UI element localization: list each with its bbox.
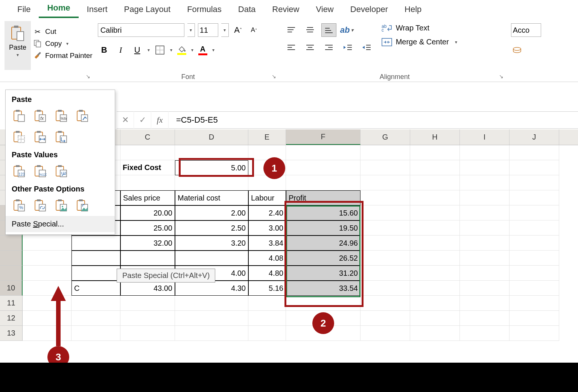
paste-linked-picture-icon[interactable] xyxy=(75,198,90,213)
paste-values-number-format-icon[interactable]: %123 xyxy=(33,164,48,179)
chevron-down-icon[interactable]: ▾ xyxy=(212,47,214,53)
decrease-font-size-button[interactable]: A˅ xyxy=(248,23,260,37)
chevron-down-icon[interactable]: ▾ xyxy=(191,47,193,53)
format-painter-button[interactable]: Format Painter xyxy=(33,51,93,60)
cancel-formula-button[interactable]: ✕ xyxy=(117,111,134,129)
grid-row: 40.004.004.8031.20 xyxy=(0,266,578,281)
tab-page-layout[interactable]: Page Layout xyxy=(116,1,179,18)
paintbrush-icon xyxy=(33,51,42,60)
paste-values-icon[interactable]: 123 xyxy=(12,164,27,179)
col-header-g[interactable]: G xyxy=(360,129,410,145)
ribbon: Paste ▾ ✂Cut Copy▾ Format Painter ↘ ▾ ▾ … xyxy=(0,18,578,82)
cut-button[interactable]: ✂Cut xyxy=(33,27,93,36)
orientation-button[interactable]: ab▾ xyxy=(340,25,354,35)
paste-special-item[interactable]: Paste Special... xyxy=(6,216,115,232)
row-header-10[interactable]: 10 xyxy=(0,281,23,296)
tab-home[interactable]: Home xyxy=(39,0,78,18)
paste-formulas-icon[interactable]: fx xyxy=(33,108,48,123)
underline-button[interactable]: U xyxy=(131,44,144,56)
annotation-circle-1: 1 xyxy=(263,157,285,179)
font-dialog-launcher[interactable]: ↘ xyxy=(272,73,278,80)
col-header-e[interactable]: E xyxy=(248,129,286,145)
chevron-down-icon[interactable]: ▾ xyxy=(170,47,172,53)
cut-label: Cut xyxy=(45,27,56,36)
increase-font-size-button[interactable]: A˄ xyxy=(232,23,245,37)
paste-all-icon[interactable] xyxy=(12,108,27,123)
enter-formula-button[interactable]: ✓ xyxy=(134,111,151,129)
chevron-down-icon[interactable]: ▾ xyxy=(148,47,150,53)
col-header-c[interactable]: C xyxy=(120,129,175,145)
svg-text:fx: fx xyxy=(40,116,44,121)
italic-button[interactable]: I xyxy=(114,44,127,56)
align-bottom-button[interactable] xyxy=(321,23,336,37)
row-header-11[interactable]: 11 xyxy=(0,296,23,311)
paste-values-section-title: Paste Values xyxy=(6,147,115,162)
paste-icon xyxy=(10,25,25,42)
number-format-select[interactable] xyxy=(511,23,541,37)
bold-button[interactable]: B xyxy=(98,44,111,56)
paste-transpose-icon[interactable] xyxy=(54,129,69,144)
paste-button[interactable]: Paste ▾ xyxy=(5,21,31,70)
col-header-d[interactable]: D xyxy=(175,129,248,145)
cell-fixed-cost-label[interactable]: Fixed Cost xyxy=(120,160,175,175)
svg-point-85 xyxy=(62,206,63,207)
tab-review[interactable]: Review xyxy=(264,1,307,18)
row-header[interactable] xyxy=(0,266,23,281)
font-name-input[interactable] xyxy=(98,23,184,37)
col-header-j[interactable]: J xyxy=(510,129,559,145)
tab-data[interactable]: Data xyxy=(230,1,264,18)
col-header-f[interactable]: F xyxy=(286,129,360,145)
font-name-dropdown[interactable]: ▾ xyxy=(187,23,195,37)
fill-color-button[interactable] xyxy=(176,46,187,55)
row-header[interactable] xyxy=(0,236,23,251)
col-header-i[interactable]: I xyxy=(460,129,510,145)
row-header-12[interactable]: 12 xyxy=(0,311,23,326)
merge-center-button[interactable]: Merge & Center▾ xyxy=(382,38,457,46)
cell-header-material[interactable]: Material cost xyxy=(175,190,248,205)
paste-keep-source-format-icon[interactable] xyxy=(75,108,90,123)
formula-bar: ✕ ✓ fx xyxy=(117,111,578,129)
align-top-button[interactable] xyxy=(284,23,299,37)
borders-button[interactable] xyxy=(154,44,166,56)
insert-function-button[interactable]: fx xyxy=(151,111,169,129)
orientation-icon: ab xyxy=(340,25,350,35)
font-color-button[interactable]: A xyxy=(197,45,208,55)
alignment-dialog-launcher[interactable]: ↘ xyxy=(499,73,506,80)
copy-button[interactable]: Copy▾ xyxy=(33,39,93,48)
decrease-indent-button[interactable] xyxy=(340,41,355,54)
tab-developer[interactable]: Developer xyxy=(342,1,396,18)
col-header-h[interactable]: H xyxy=(410,129,460,145)
align-left-button[interactable] xyxy=(284,41,299,54)
paste-picture-icon[interactable] xyxy=(54,198,69,213)
tab-view[interactable]: View xyxy=(307,1,342,18)
paste-no-borders-icon[interactable] xyxy=(12,129,27,144)
tab-file[interactable]: File xyxy=(9,1,39,18)
paste-values-source-format-icon[interactable]: 123 xyxy=(54,164,69,179)
paste-link-icon[interactable] xyxy=(33,198,48,213)
cell-header-sales[interactable]: Sales price xyxy=(120,190,175,205)
paste-keep-column-width-icon[interactable] xyxy=(33,129,48,144)
tab-insert[interactable]: Insert xyxy=(79,1,116,18)
tab-help[interactable]: Help xyxy=(396,1,430,18)
cell-header-labour[interactable]: Labour xyxy=(248,190,286,205)
cell-header-profit[interactable]: Profit xyxy=(286,190,360,205)
svg-point-37 xyxy=(513,47,521,50)
paste-formatting-icon[interactable]: % xyxy=(12,198,27,213)
font-size-dropdown[interactable]: ▾ xyxy=(221,23,229,37)
tab-formulas[interactable]: Formulas xyxy=(179,1,230,18)
wrap-text-label: Wrap Text xyxy=(396,24,429,32)
formula-input[interactable] xyxy=(169,112,578,128)
clipboard-dialog-launcher[interactable]: ↘ xyxy=(86,73,93,80)
font-size-input[interactable] xyxy=(198,23,218,37)
row-header-13[interactable]: 13 xyxy=(0,326,23,341)
accounting-format-button[interactable] xyxy=(511,44,525,56)
align-center-button[interactable] xyxy=(303,41,318,54)
row-header[interactable] xyxy=(0,251,23,266)
align-middle-button[interactable] xyxy=(303,23,318,37)
align-right-button[interactable] xyxy=(321,41,336,54)
cell-fixed-cost-value[interactable]: 5.00 xyxy=(175,160,248,175)
group-clipboard: Paste ▾ ✂Cut Copy▾ Format Painter ↘ xyxy=(5,21,93,82)
wrap-text-button[interactable]: abcWrap Text xyxy=(382,23,457,32)
paste-formulas-number-format-icon[interactable]: %fx xyxy=(54,108,69,123)
increase-indent-button[interactable] xyxy=(359,41,374,54)
